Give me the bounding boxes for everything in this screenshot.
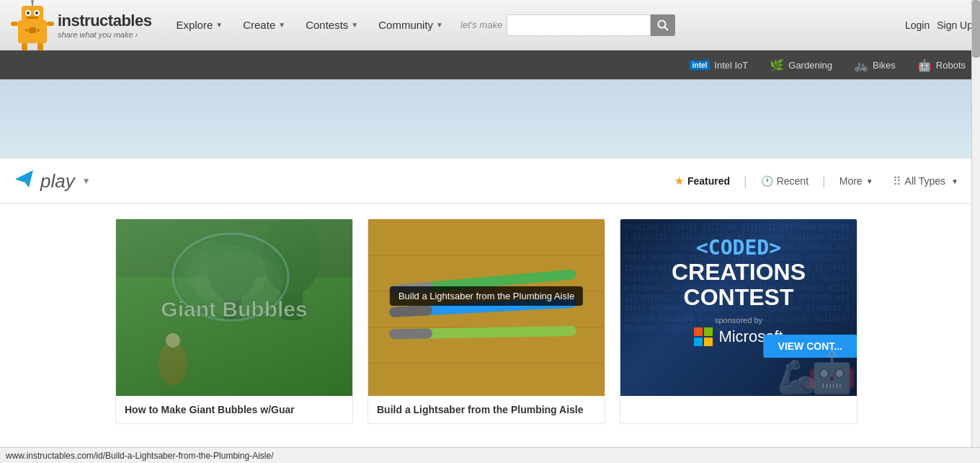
creations-label: CREATIONS: [672, 260, 806, 285]
explore-dropdown-icon: ▼: [215, 21, 223, 29]
all-types-label: All Types: [905, 175, 946, 187]
robots-icon: 🤖: [917, 58, 932, 72]
sponsored-bar: intel Intel IoT 🌿 Gardening 🚲 Bikes 🤖 Ro…: [0, 50, 980, 79]
featured-label: Featured: [687, 175, 730, 187]
gardening-icon: 🌿: [770, 58, 784, 72]
svg-rect-11: [11, 22, 18, 26]
more-filter-button[interactable]: More ▼: [831, 172, 882, 190]
svg-line-17: [664, 27, 668, 30]
site-title: instructables: [58, 12, 151, 30]
filter-options: ★ Featured | 🕐 Recent | More ▼ ⠿ All Typ…: [666, 171, 966, 192]
svg-point-13: [25, 29, 28, 32]
svg-rect-8: [27, 17, 38, 19]
card-lightsaber-image: Build a Lightsaber from the Plumbing Ais…: [368, 219, 605, 396]
contests-dropdown-icon: ▼: [351, 21, 358, 29]
site-subtitle: share what you make ›: [58, 30, 151, 39]
svg-rect-12: [47, 22, 54, 26]
search-prefix: let's make: [460, 19, 502, 30]
svg-rect-1: [22, 6, 43, 22]
svg-rect-10: [37, 43, 43, 50]
card-giant-bubbles-title: How to Make Giant Bubbles w/Guar: [125, 403, 344, 416]
logo-robot-icon: [7, 0, 58, 50]
featured-filter-button[interactable]: ★ Featured: [666, 172, 739, 190]
bubble-overlay: [116, 219, 352, 396]
ms-blue-square: [694, 338, 703, 346]
nav-community[interactable]: Community ▼: [368, 0, 453, 50]
ms-squares-icon: [694, 327, 713, 346]
signup-link[interactable]: Sign Up: [937, 19, 973, 31]
svg-point-5: [35, 12, 38, 14]
filter-divider-2: |: [822, 174, 826, 189]
card-lightsaber[interactable]: Build a Lightsaber from the Plumbing Ais…: [368, 219, 605, 424]
play-dropdown-icon[interactable]: ▼: [82, 176, 91, 186]
content-area: Giant Bubbles How to Make Giant Bubbles …: [0, 204, 980, 438]
header: instructables share what you make › Expl…: [0, 0, 980, 50]
card-giant-bubbles-image: Giant Bubbles: [116, 219, 352, 396]
logo-text: instructables share what you make ›: [58, 12, 151, 39]
intel-iot-label: Intel IoT: [714, 60, 748, 71]
sponsored-bikes[interactable]: 🚲 Bikes: [854, 58, 896, 72]
recent-filter-button[interactable]: 🕐 Recent: [752, 172, 817, 190]
star-icon: ★: [674, 175, 684, 187]
robots-label: Robots: [936, 60, 966, 71]
more-label: More: [839, 175, 863, 187]
main-nav: Explore ▼ Create ▼ Contests ▼ Community …: [166, 0, 453, 50]
intel-badge: intel: [690, 61, 710, 70]
community-dropdown-icon: ▼: [436, 21, 443, 29]
coded-label: <CODED>: [696, 236, 781, 260]
card-contest-image: 01001100 01100101 01110100 01110011 0010…: [620, 219, 857, 396]
sponsored-robots[interactable]: 🤖 Robots: [917, 58, 966, 72]
svg-marker-18: [16, 170, 33, 188]
sponsored-by-label: sponsored by: [715, 316, 762, 325]
all-types-dropdown-icon: ▼: [951, 177, 958, 185]
search-area: let's make: [460, 14, 891, 36]
nav-create[interactable]: Create ▼: [233, 0, 295, 50]
more-dropdown-icon: ▼: [866, 177, 873, 185]
bikes-label: Bikes: [873, 60, 896, 71]
create-dropdown-icon: ▼: [278, 21, 285, 29]
cards-grid: Giant Bubbles How to Make Giant Bubbles …: [115, 219, 865, 424]
hero-banner: [0, 79, 980, 159]
ms-yellow-square: [704, 338, 713, 346]
card-lightsaber-title: Build a Lightsaber from the Plumbing Ais…: [377, 403, 596, 416]
card-contest-info: [620, 396, 857, 410]
play-section: play ▼: [14, 169, 91, 193]
search-button[interactable]: [651, 14, 675, 36]
login-link[interactable]: Login: [905, 19, 930, 31]
play-label: play: [40, 170, 75, 193]
lightsaber-scene: [368, 219, 605, 396]
svg-point-4: [27, 12, 30, 14]
clock-icon: 🕐: [761, 175, 773, 187]
card-lightsaber-info: Build a Lightsaber from the Plumbing Ais…: [368, 396, 605, 423]
recent-label: Recent: [777, 175, 808, 187]
svg-rect-44: [389, 328, 432, 339]
nav-contests[interactable]: Contests ▼: [295, 0, 368, 50]
sponsored-intel-iot[interactable]: intel Intel IoT: [690, 60, 749, 71]
sponsored-gardening[interactable]: 🌿 Gardening: [770, 58, 832, 72]
filter-divider-1: |: [744, 174, 747, 189]
scrollbar[interactable]: [971, 0, 980, 438]
gardening-label: Gardening: [788, 60, 832, 71]
ms-red-square: [694, 327, 703, 336]
filter-bar: play ▼ ★ Featured | 🕐 Recent | More ▼ ⠿ …: [0, 159, 980, 204]
all-types-button[interactable]: ⠿ All Types ▼: [886, 171, 966, 192]
paper-plane-icon: [14, 169, 35, 193]
svg-point-7: [31, 0, 34, 3]
search-icon: [657, 19, 669, 31]
grid-icon: ⠿: [893, 175, 901, 188]
contest-robot2-icon: 🦾: [777, 358, 817, 396]
svg-rect-15: [29, 27, 36, 33]
logo-link[interactable]: instructables share what you make ›: [7, 0, 151, 50]
scrollbar-thumb[interactable]: [972, 0, 980, 58]
bikes-icon: 🚲: [854, 58, 868, 72]
svg-rect-9: [22, 43, 27, 50]
auth-links: Login Sign Up: [905, 19, 973, 31]
card-giant-bubbles-info: How to Make Giant Bubbles w/Guar: [116, 396, 352, 423]
svg-point-14: [37, 29, 40, 32]
card-giant-bubbles[interactable]: Giant Bubbles How to Make Giant Bubbles …: [115, 219, 353, 424]
nav-explore[interactable]: Explore ▼: [166, 0, 233, 50]
search-input[interactable]: [507, 14, 651, 36]
contest-label: CONTEST: [684, 285, 794, 310]
ms-green-square: [704, 327, 713, 336]
card-contest[interactable]: 01001100 01100101 01110100 01110011 0010…: [620, 219, 858, 424]
